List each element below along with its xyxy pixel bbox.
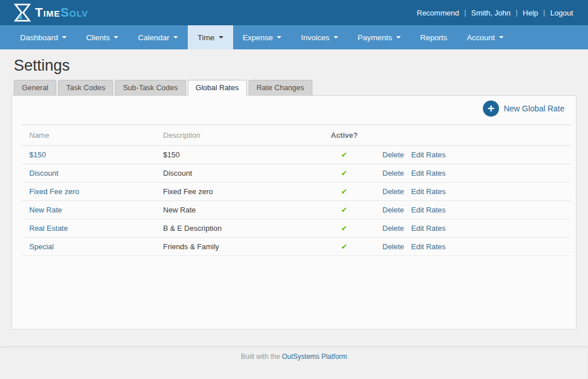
- panel-toolbar: + New Global Rate: [12, 96, 576, 120]
- tab-sub-task-codes[interactable]: Sub-Task Codes: [115, 80, 185, 95]
- edit-rates-link[interactable]: Edit Rates: [411, 242, 446, 251]
- rate-description: Discount: [163, 169, 192, 177]
- chevron-down-icon: [114, 36, 118, 38]
- nav-item-time[interactable]: Time: [188, 25, 233, 49]
- chevron-down-icon: [62, 36, 67, 38]
- hourglass-icon: [14, 3, 31, 22]
- table-body: $150$150✔DeleteEdit RatesDiscountDiscoun…: [21, 146, 571, 256]
- table-header: NameDescriptionActive?: [21, 125, 571, 146]
- edit-rates-link[interactable]: Edit Rates: [411, 150, 446, 159]
- nav-item-label: Invoices: [301, 33, 330, 42]
- plus-icon: +: [483, 100, 499, 117]
- nav-item-invoices[interactable]: Invoices: [291, 25, 348, 49]
- active-check-icon: ✔: [331, 242, 347, 251]
- page-footer: Built with the OutSystems Platform: [0, 346, 588, 379]
- main-nav: DashboardClientsCalendarTimeExpenseInvoi…: [0, 25, 588, 49]
- brand-solv: SOLV: [60, 9, 88, 18]
- edit-rates-link[interactable]: Edit Rates: [411, 224, 446, 233]
- edit-rates-link[interactable]: Edit Rates: [411, 187, 446, 196]
- nav-item-label: Expense: [243, 33, 273, 42]
- timesolv-logo[interactable]: TIMESOLV: [14, 3, 88, 22]
- tab-global-rates[interactable]: Global Rates: [188, 80, 247, 96]
- nav-item-account[interactable]: Account: [457, 25, 513, 49]
- rate-name-link[interactable]: $150: [29, 150, 46, 159]
- settings-tabs: GeneralTask CodesSub-Task CodesGlobal Ra…: [14, 80, 577, 95]
- separator: |: [516, 9, 517, 17]
- column-header-actions: [374, 125, 403, 146]
- new-global-rate-label: New Global Rate: [504, 104, 564, 113]
- edit-rates-link[interactable]: Edit Rates: [411, 169, 446, 177]
- topbar-link-smith-john[interactable]: Smith, John: [471, 9, 511, 17]
- brand-name: TIMESOLV: [35, 5, 88, 20]
- active-check-icon: ✔: [331, 224, 347, 233]
- tab-rate-changes[interactable]: Rate Changes: [249, 80, 312, 95]
- nav-item-label: Time: [198, 33, 215, 42]
- global-rates-table: NameDescriptionActive? $150$150✔DeleteEd…: [21, 125, 571, 256]
- topbar-link-logout[interactable]: Logout: [550, 9, 573, 17]
- delete-link[interactable]: Delete: [382, 242, 404, 251]
- delete-link[interactable]: Delete: [382, 206, 404, 214]
- delete-link[interactable]: Delete: [382, 169, 404, 177]
- nav-item-clients[interactable]: Clients: [76, 25, 128, 49]
- new-global-rate-button[interactable]: + New Global Rate: [483, 100, 564, 117]
- chevron-down-icon: [396, 36, 401, 38]
- rate-row: SpecialFriends & Family✔DeleteEdit Rates: [21, 238, 571, 256]
- separator: |: [464, 9, 466, 17]
- rate-description: New Rate: [163, 206, 196, 214]
- rate-row: Fixed Fee zeroFixed Fee zero✔DeleteEdit …: [21, 183, 571, 201]
- rate-name-link[interactable]: New Rate: [29, 206, 62, 214]
- nav-item-dashboard[interactable]: Dashboard: [10, 25, 76, 49]
- rate-name-link[interactable]: Special: [29, 242, 54, 251]
- rate-description: B & E Description: [163, 224, 222, 233]
- rate-row: DiscountDiscount✔DeleteEdit Rates: [21, 164, 571, 183]
- nav-item-payments[interactable]: Payments: [348, 25, 411, 49]
- rate-description: Fixed Fee zero: [163, 187, 213, 196]
- topbar-link-help[interactable]: Help: [523, 9, 538, 17]
- delete-link[interactable]: Delete: [382, 187, 404, 196]
- nav-item-label: Calendar: [138, 33, 169, 42]
- edit-rates-link[interactable]: Edit Rates: [411, 206, 446, 214]
- nav-item-reports[interactable]: Reports: [411, 25, 457, 49]
- rate-row: Real EstateB & E Description✔DeleteEdit …: [21, 219, 571, 238]
- nav-item-label: Payments: [358, 33, 392, 42]
- column-header-name: Name: [21, 125, 155, 146]
- nav-item-calendar[interactable]: Calendar: [128, 25, 188, 49]
- active-check-icon: ✔: [331, 169, 347, 177]
- main-content: Settings GeneralTask CodesSub-Task Codes…: [0, 57, 588, 330]
- rate-name-link[interactable]: Real Estate: [29, 224, 68, 233]
- rate-row: $150$150✔DeleteEdit Rates: [21, 146, 571, 164]
- chevron-down-icon: [219, 36, 223, 38]
- rate-description: $150: [163, 150, 180, 159]
- column-header-actions: [403, 125, 571, 146]
- rate-name-link[interactable]: Fixed Fee zero: [29, 187, 79, 196]
- nav-item-label: Reports: [420, 33, 447, 42]
- column-header-active: Active?: [323, 125, 374, 146]
- column-header-description: Description: [155, 125, 323, 146]
- rate-description: Friends & Family: [163, 242, 219, 251]
- outsystems-platform-link[interactable]: OutSystems Platform: [282, 353, 347, 361]
- rate-row: New RateNew Rate✔DeleteEdit Rates: [21, 201, 571, 219]
- tab-task-codes[interactable]: Task Codes: [58, 80, 113, 95]
- global-rates-panel: + New Global Rate NameDescriptionActive?…: [11, 95, 577, 330]
- chevron-down-icon: [277, 36, 281, 38]
- separator: |: [543, 9, 545, 17]
- active-check-icon: ✔: [331, 187, 347, 196]
- topbar-link-recommend[interactable]: Recommend: [417, 9, 459, 17]
- active-check-icon: ✔: [331, 150, 347, 159]
- delete-link[interactable]: Delete: [382, 224, 404, 233]
- chevron-down-icon: [173, 36, 178, 38]
- active-check-icon: ✔: [331, 206, 347, 214]
- footer-prefix: Built with the: [241, 353, 280, 361]
- topbar-links: Recommend|Smith, John|Help|Logout: [417, 9, 573, 17]
- nav-item-label: Clients: [86, 33, 110, 42]
- nav-item-label: Account: [467, 33, 495, 42]
- chevron-down-icon: [499, 36, 504, 38]
- delete-link[interactable]: Delete: [382, 150, 404, 159]
- brand-time: TIME: [35, 9, 60, 18]
- nav-item-label: Dashboard: [20, 33, 58, 42]
- page-title: Settings: [14, 57, 577, 75]
- tab-general[interactable]: General: [14, 80, 56, 95]
- rate-name-link[interactable]: Discount: [29, 169, 59, 177]
- chevron-down-icon: [334, 36, 338, 38]
- nav-item-expense[interactable]: Expense: [233, 25, 292, 49]
